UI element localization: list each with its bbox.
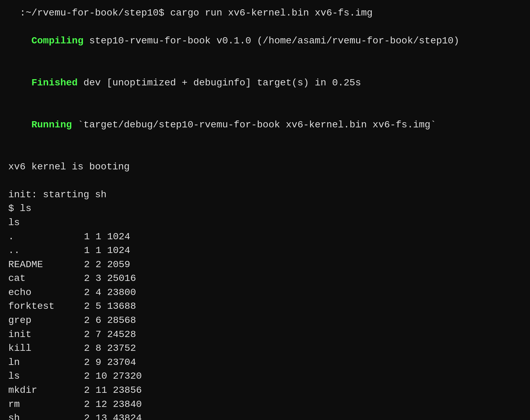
ls-entry-nums: 2 5 13688 bbox=[84, 300, 136, 314]
compiling-label: Compiling bbox=[31, 35, 83, 46]
ls-entry-name: ln bbox=[8, 356, 84, 370]
ls-entry-nums: 2 9 23704 bbox=[84, 356, 136, 370]
blank1 bbox=[8, 146, 522, 160]
list-item: echo2 4 23800 bbox=[8, 286, 522, 300]
finished-label: Finished bbox=[31, 77, 77, 88]
ls-entry-nums: 2 7 24528 bbox=[84, 328, 136, 342]
ls-entry-nums: 1 1 1024 bbox=[84, 244, 130, 258]
list-item: ls2 10 27320 bbox=[8, 369, 522, 384]
list-item: ..1 1 1024 bbox=[8, 244, 522, 258]
init-line: init: starting sh bbox=[8, 188, 522, 202]
ls-entry-nums: 2 3 25016 bbox=[84, 272, 136, 286]
ls-entry-name: forktest bbox=[8, 300, 84, 314]
ls-entry-name: .. bbox=[8, 244, 84, 258]
ls-entry-nums: 2 4 23800 bbox=[84, 286, 136, 300]
ls-entry-nums: 2 10 27320 bbox=[84, 369, 142, 384]
running-label: Running bbox=[31, 119, 72, 130]
running-text: `target/debug/step10-rvemu-for-book xv6-… bbox=[72, 119, 436, 130]
ls-entry-name: cat bbox=[8, 272, 84, 286]
ls-entry-name: init bbox=[8, 328, 84, 342]
compiling-text: step10-rvemu-for-book v0.1.0 (/home/asam… bbox=[83, 35, 459, 46]
list-item: cat2 3 25016 bbox=[8, 272, 522, 286]
ls-entry-nums: 2 6 28568 bbox=[84, 314, 136, 328]
ls-entry-name: ls bbox=[8, 369, 84, 384]
ls-entry-nums: 2 2 2059 bbox=[84, 258, 130, 272]
ls-entry-name: echo bbox=[8, 286, 84, 300]
ls-cmd-line: ls bbox=[8, 216, 522, 230]
ls-entry-nums: 2 11 23856 bbox=[84, 384, 142, 398]
kernel-boot-line: xv6 kernel is booting bbox=[8, 160, 522, 174]
ls-entry-nums: 2 12 23840 bbox=[84, 398, 142, 412]
list-item: sh2 13 43824 bbox=[8, 411, 522, 420]
ls-entry-nums: 1 1 1024 bbox=[84, 230, 130, 244]
finished-line: Finished dev [unoptimized + debuginfo] t… bbox=[8, 62, 522, 104]
list-item: mkdir2 11 23856 bbox=[8, 384, 522, 398]
ls-entry-name: README bbox=[8, 258, 84, 272]
ls-entry-nums: 2 8 23752 bbox=[84, 342, 136, 356]
ls-entry-name: grep bbox=[8, 314, 84, 328]
ls-output: .1 1 1024..1 1 1024README2 2 2059cat2 3 … bbox=[8, 230, 522, 420]
list-item: .1 1 1024 bbox=[8, 230, 522, 244]
finished-text: dev [unoptimized + debuginfo] target(s) … bbox=[78, 77, 361, 88]
blank2 bbox=[8, 174, 522, 188]
compiling-line: Compiling step10-rvemu-for-book v0.1.0 (… bbox=[8, 20, 522, 62]
list-item: forktest2 5 13688 bbox=[8, 300, 522, 314]
shell-ls-line: $ ls bbox=[8, 202, 522, 216]
list-item: init2 7 24528 bbox=[8, 328, 522, 342]
terminal: :~/rvemu-for-book/step10$ cargo run xv6-… bbox=[0, 0, 530, 420]
prompt-line: :~/rvemu-for-book/step10$ cargo run xv6-… bbox=[8, 6, 522, 20]
ls-entry-name: rm bbox=[8, 398, 84, 412]
ls-entry-nums: 2 13 43824 bbox=[84, 411, 142, 420]
ls-entry-name: . bbox=[8, 230, 84, 244]
list-item: rm2 12 23840 bbox=[8, 398, 522, 412]
list-item: README2 2 2059 bbox=[8, 258, 522, 272]
ls-entry-name: kill bbox=[8, 342, 84, 356]
list-item: kill2 8 23752 bbox=[8, 342, 522, 356]
list-item: ln2 9 23704 bbox=[8, 356, 522, 370]
running-line: Running `target/debug/step10-rvemu-for-b… bbox=[8, 104, 522, 146]
ls-entry-name: mkdir bbox=[8, 384, 84, 398]
ls-entry-name: sh bbox=[8, 411, 84, 420]
list-item: grep2 6 28568 bbox=[8, 314, 522, 328]
